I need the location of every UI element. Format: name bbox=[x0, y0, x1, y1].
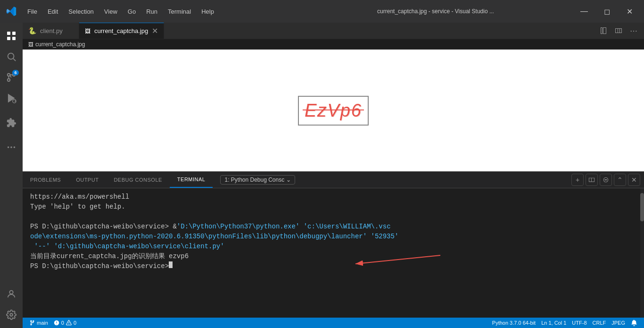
captcha-display-text: EzVp6 bbox=[305, 101, 362, 121]
encoding-status[interactable]: UTF-8 bbox=[569, 320, 589, 326]
tab-client-py-label: client.py bbox=[40, 27, 63, 34]
menu-go[interactable]: Go bbox=[123, 6, 140, 17]
kill-terminal-button[interactable] bbox=[600, 174, 612, 186]
python-file-icon: 🐍 bbox=[28, 27, 36, 34]
git-branch-status[interactable]: main bbox=[26, 320, 51, 326]
tab-close-button[interactable]: ✕ bbox=[152, 27, 158, 35]
split-editor-button[interactable] bbox=[597, 24, 610, 37]
close-panel-button[interactable]: ✕ bbox=[628, 174, 640, 186]
search-activity-icon[interactable] bbox=[2, 47, 21, 66]
eol-status[interactable]: CRLF bbox=[590, 320, 609, 326]
window-controls: — ◻ ✕ bbox=[573, 4, 640, 19]
title-bar: File Edit Selection View Go Run Terminal… bbox=[0, 0, 644, 23]
explorer-activity-icon[interactable] bbox=[2, 26, 21, 45]
terminal-line-5: '--' 'd:\github\captcha-weibo\service\cl… bbox=[30, 242, 633, 252]
content-area: 🐍 client.py 🖼 current_captcha.jpg ✕ bbox=[23, 23, 644, 328]
file-type-status[interactable]: JPEG bbox=[609, 320, 628, 326]
editor-area: EzVp6 bbox=[23, 50, 644, 171]
source-control-badge: 6 bbox=[12, 70, 19, 76]
tab-current-captcha[interactable]: 🖼 current_captcha.jpg ✕ bbox=[79, 23, 164, 39]
maximize-button[interactable]: ◻ bbox=[596, 4, 618, 19]
menu-terminal[interactable]: Terminal bbox=[163, 6, 196, 17]
minimize-button[interactable]: — bbox=[573, 4, 595, 19]
encoding-label: UTF-8 bbox=[572, 320, 586, 326]
menu-bar: File Edit Selection View Go Run Terminal… bbox=[23, 6, 298, 17]
breadcrumb-label: current_captcha.jpg bbox=[35, 41, 85, 48]
ellipsis-icon[interactable] bbox=[2, 138, 21, 157]
tab-bar-actions: ⋯ bbox=[597, 23, 644, 39]
svg-point-13 bbox=[10, 146, 12, 148]
svg-point-14 bbox=[14, 146, 16, 148]
status-bar-right: Python 3.7.0 64-bit Ln 1, Col 1 UTF-8 CR… bbox=[489, 320, 640, 326]
main-layout: 6 bbox=[0, 23, 644, 328]
add-terminal-button[interactable]: + bbox=[571, 174, 584, 186]
terminal-dropdown-label: 1: Python Debug Consc bbox=[224, 177, 284, 183]
breadcrumb: 🖼 current_captcha.jpg bbox=[23, 39, 644, 50]
terminal-prompt-1: PS D:\github\captcha-weibo\service> & bbox=[30, 222, 177, 232]
terminal-command-2: ode\extensions\ms-python.python-2020.6.9… bbox=[30, 232, 398, 242]
svg-rect-0 bbox=[7, 32, 10, 35]
terminal-line-4: ode\extensions\ms-python.python-2020.6.9… bbox=[30, 232, 633, 242]
terminal-command-1: 'D:\Python\Python37\python.exe' 'c:\User… bbox=[177, 222, 391, 232]
svg-rect-3 bbox=[12, 37, 16, 40]
output-tab[interactable]: OUTPUT bbox=[68, 172, 106, 188]
errors-label: 0 bbox=[61, 320, 64, 326]
more-actions-button[interactable]: ⋯ bbox=[627, 24, 640, 37]
menu-edit[interactable]: Edit bbox=[43, 6, 63, 17]
notification-bell[interactable] bbox=[628, 320, 640, 326]
terminal-command-3: '--' 'd:\github\captcha-weibo\service\cl… bbox=[30, 242, 224, 252]
activity-bar: 6 bbox=[0, 23, 23, 328]
run-activity-icon[interactable] bbox=[2, 89, 21, 108]
image-file-icon: 🖼 bbox=[85, 28, 91, 34]
close-button[interactable]: ✕ bbox=[619, 4, 640, 19]
svg-point-15 bbox=[9, 291, 13, 294]
maximize-panel-button[interactable]: ⌃ bbox=[614, 174, 626, 186]
menu-run[interactable]: Run bbox=[141, 6, 162, 17]
svg-rect-1 bbox=[12, 32, 16, 35]
extensions-activity-icon[interactable] bbox=[2, 113, 21, 132]
problems-tab[interactable]: PROBLEMS bbox=[23, 172, 68, 188]
annotation-arrow bbox=[351, 251, 445, 269]
git-branch-label: main bbox=[37, 320, 48, 326]
terminal-line-1: https://aka.ms/powershell bbox=[30, 192, 633, 202]
menu-file[interactable]: File bbox=[23, 6, 42, 17]
tab-client-py[interactable]: 🐍 client.py bbox=[23, 23, 79, 39]
status-bar: main 0 0 Python 3.7.0 64-bit Ln 1, Col 1 bbox=[23, 318, 644, 328]
terminal-tab[interactable]: TERMINAL bbox=[170, 172, 213, 188]
tab-bar: 🐍 client.py 🖼 current_captcha.jpg ✕ bbox=[23, 23, 644, 39]
menu-selection[interactable]: Selection bbox=[64, 6, 98, 17]
source-control-activity-icon[interactable]: 6 bbox=[2, 68, 21, 87]
warnings-label: 0 bbox=[74, 320, 76, 326]
split-terminal-button[interactable] bbox=[586, 174, 598, 186]
terminal-line-3: PS D:\github\captcha-weibo\service> & 'D… bbox=[30, 222, 633, 232]
panel-actions: + ⌃ ✕ bbox=[571, 172, 644, 188]
svg-line-5 bbox=[13, 59, 16, 61]
menu-view[interactable]: View bbox=[99, 6, 122, 17]
terminal-line-result: 当前目录current_captcha.jpg的识别结果 ezvp6 bbox=[30, 252, 633, 261]
terminal-line-2: Type 'help' to get help. bbox=[30, 202, 633, 212]
svg-point-8 bbox=[8, 79, 10, 82]
svg-point-16 bbox=[10, 313, 13, 316]
svg-rect-2 bbox=[7, 37, 10, 40]
svg-point-12 bbox=[8, 146, 9, 148]
tab-captcha-label: current_captcha.jpg bbox=[94, 27, 148, 34]
terminal-dropdown[interactable]: 1: Python Debug Consc ⌄ bbox=[220, 175, 295, 185]
window-title: current_captcha.jpg - service - Visual S… bbox=[298, 8, 573, 15]
python-version-status[interactable]: Python 3.7.0 64-bit bbox=[489, 320, 538, 326]
panel-area: PROBLEMS OUTPUT DEBUG CONSOLE TERMINAL 1… bbox=[23, 171, 644, 318]
layout-button[interactable] bbox=[612, 24, 625, 37]
panel-container: https://aka.ms/powershell Type 'help' to… bbox=[23, 188, 644, 318]
panel-tab-bar: PROBLEMS OUTPUT DEBUG CONSOLE TERMINAL 1… bbox=[23, 172, 644, 188]
debug-console-tab[interactable]: DEBUG CONSOLE bbox=[106, 172, 169, 188]
errors-warnings-status[interactable]: 0 0 bbox=[51, 320, 79, 326]
panel-scrollbar[interactable] bbox=[640, 188, 644, 318]
line-col-status[interactable]: Ln 1, Col 1 bbox=[538, 320, 569, 326]
account-activity-icon[interactable] bbox=[2, 285, 21, 303]
settings-activity-icon[interactable] bbox=[2, 305, 21, 324]
svg-marker-9 bbox=[8, 94, 15, 102]
terminal-content[interactable]: https://aka.ms/powershell Type 'help' to… bbox=[23, 188, 640, 318]
python-version-label: Python 3.7.0 64-bit bbox=[492, 320, 536, 326]
line-col-label: Ln 1, Col 1 bbox=[541, 320, 566, 326]
menu-help[interactable]: Help bbox=[197, 6, 219, 17]
svg-point-4 bbox=[8, 53, 14, 59]
